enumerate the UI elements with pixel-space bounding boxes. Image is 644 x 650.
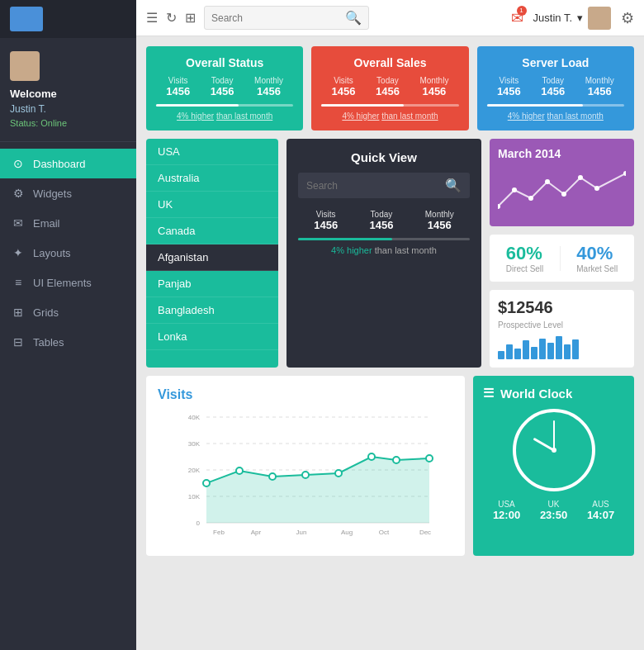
- logo-image: [10, 7, 43, 31]
- list-item[interactable]: UK: [146, 192, 278, 218]
- svg-text:Apr: Apr: [251, 529, 262, 536]
- visits-card: Visits 40K 30K 20K 10K 0: [146, 376, 465, 556]
- clock-face: [513, 409, 595, 491]
- ui-elements-icon: ≡: [12, 276, 25, 289]
- overall-status-title: Overall Status: [156, 56, 293, 69]
- country-list: USA Australia UK Canada Afganistan Panja…: [146, 139, 278, 350]
- monthly-stat: Monthly 1456: [254, 76, 283, 97]
- sidebar: Welcome Justin T. Status: Online ⊙ Dashb…: [0, 0, 136, 650]
- search-input[interactable]: [211, 12, 345, 24]
- market-pct: 40%: [576, 243, 618, 264]
- bar: [572, 339, 579, 359]
- search-icon: 🔍: [445, 178, 462, 193]
- list-item[interactable]: Canada: [146, 218, 278, 244]
- svg-point-4: [561, 192, 566, 197]
- dashboard-icon: ⊙: [12, 157, 25, 170]
- list-item[interactable]: Australia: [146, 165, 278, 192]
- bar: [531, 347, 537, 359]
- direct-sell: 60% Direct Sell: [506, 243, 544, 273]
- sidebar-item-ui-elements[interactable]: ≡ UI Elements: [0, 268, 136, 297]
- list-item[interactable]: Panjab: [146, 271, 278, 297]
- bar: [556, 336, 562, 359]
- sidebar-item-dashboard[interactable]: ⊙ Dashboard: [0, 149, 136, 178]
- list-item[interactable]: USA: [146, 139, 278, 165]
- svg-text:Aug: Aug: [341, 529, 353, 536]
- welcome-label: Welcome: [10, 88, 57, 100]
- status-label: Status:: [10, 118, 38, 128]
- list-item[interactable]: Lonka: [146, 324, 278, 350]
- divider: [560, 246, 561, 271]
- bar: [514, 349, 521, 359]
- worldclock-card: ☰ World Clock USA 12:00 UK: [473, 376, 634, 556]
- list-item[interactable]: Bangladesh: [146, 297, 278, 324]
- svg-point-25: [393, 457, 400, 463]
- sidebar-user-info: Welcome Justin T. Status: Online: [0, 38, 136, 142]
- svg-text:40K: 40K: [188, 414, 201, 421]
- country-card: USA Australia UK Canada Afganistan Panja…: [146, 139, 278, 368]
- wc-uk: UK 23:50: [540, 500, 567, 521]
- badge-count: 1: [517, 6, 527, 16]
- sidebar-item-widgets[interactable]: ⚙ Widgets: [0, 178, 136, 208]
- topbar-avatar: [588, 7, 611, 30]
- sidebar-item-grids[interactable]: ⊞ Grids: [0, 297, 136, 327]
- tables-icon: ⊟: [12, 335, 25, 349]
- sidebar-logo: [0, 0, 136, 38]
- user-name: Justin T.: [10, 103, 46, 115]
- sidebar-item-label: Widgets: [33, 187, 72, 200]
- visits-title: Visits: [158, 387, 453, 402]
- svg-point-23: [335, 470, 342, 477]
- sidebar-item-layouts[interactable]: ✦ Layouts: [0, 238, 136, 268]
- topbar-right: ✉ 1 Justin T. ▾ ⚙: [511, 7, 634, 30]
- topbar-username: Justin T.: [533, 12, 572, 24]
- svg-point-20: [236, 467, 243, 474]
- main-content: ☰ ↻ ⊞ 🔍 ✉ 1 Justin T. ▾ ⚙ Overall Status: [136, 0, 644, 650]
- user-status: Status: Online: [10, 118, 67, 128]
- user-menu[interactable]: Justin T. ▾: [533, 7, 611, 30]
- quickview-search-box[interactable]: 🔍: [298, 173, 470, 198]
- overall-sales-card: Overall Sales Visits 1456 Today 1456 Mon…: [311, 46, 468, 130]
- wc-aus: AUS 14:07: [587, 500, 614, 521]
- svg-text:20K: 20K: [188, 467, 201, 474]
- prospective-amount: $12546: [498, 298, 626, 317]
- svg-point-3: [545, 179, 550, 184]
- sidebar-item-tables[interactable]: ⊟ Tables: [0, 327, 136, 357]
- sidebar-item-label: Layouts: [33, 247, 71, 259]
- bar: [547, 343, 554, 359]
- sidebar-item-label: Dashboard: [33, 158, 86, 170]
- sidebar-item-label: Email: [33, 217, 60, 230]
- bar: [498, 351, 504, 359]
- server-load-title: Server Load: [487, 56, 624, 69]
- grid-icon[interactable]: ⊞: [185, 10, 196, 26]
- prospective-label: Prospective Level: [498, 320, 626, 330]
- hamburger-icon[interactable]: ☰: [146, 10, 158, 26]
- svg-point-22: [302, 472, 309, 478]
- sell-row: 60% Direct Sell 40% Market Sell: [498, 243, 626, 273]
- wc-time-usa: 12:00: [493, 509, 520, 521]
- wc-city-uk: UK: [540, 500, 567, 509]
- direct-pct: 60%: [506, 243, 544, 264]
- quickview-values: Visits 1456 Today 1456 Monthly 1456: [298, 210, 470, 231]
- quickview-search-input[interactable]: [306, 180, 440, 192]
- refresh-icon[interactable]: ↻: [166, 10, 177, 26]
- notification-badge[interactable]: ✉ 1: [511, 9, 523, 27]
- list-item[interactable]: Afganistan: [146, 244, 278, 271]
- today-stat: Today 1456: [211, 76, 234, 97]
- server-load-values: Visits 1456 Today 1456 Monthly 1456: [487, 76, 624, 97]
- chevron-down-icon: ▾: [577, 12, 583, 24]
- overall-status-card: Overall Status Visits 1456 Today 1456 Mo…: [146, 46, 303, 130]
- search-icon: 🔍: [345, 10, 362, 26]
- topbar: ☰ ↻ ⊞ 🔍 ✉ 1 Justin T. ▾ ⚙: [136, 0, 644, 36]
- sell-card: 60% Direct Sell 40% Market Sell: [490, 235, 634, 282]
- sidebar-nav: ⊙ Dashboard ⚙ Widgets ✉ Email ✦ Layouts …: [0, 142, 136, 357]
- svg-point-2: [528, 196, 533, 201]
- prospective-bars: [498, 334, 626, 359]
- search-box[interactable]: 🔍: [204, 6, 369, 30]
- march-chart: [498, 165, 626, 215]
- gear-icon[interactable]: ⚙: [621, 9, 634, 27]
- worldclock-title: World Clock: [500, 387, 572, 401]
- sidebar-item-email[interactable]: ✉ Email: [0, 208, 136, 238]
- minute-hand: [553, 420, 555, 450]
- menu-icon: ☰: [483, 386, 494, 401]
- market-label: Market Sell: [576, 264, 618, 273]
- email-icon: ✉: [12, 216, 25, 230]
